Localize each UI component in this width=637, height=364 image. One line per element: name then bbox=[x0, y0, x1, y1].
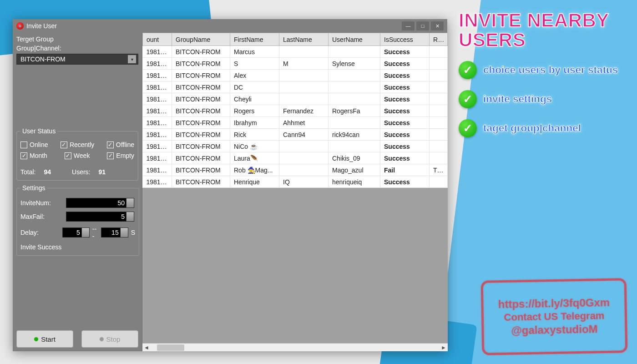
stop-icon bbox=[100, 337, 104, 341]
sidebar: Terget Group Group|Channel: BITCON-FROM … bbox=[13, 33, 142, 351]
check-circle-icon: ✓ bbox=[459, 119, 477, 137]
invite-num-input[interactable]: 50 bbox=[66, 198, 134, 208]
headline: INVITE NEARBY USERS bbox=[455, 11, 637, 50]
user-status-group: User Status Online ✓Recently ✓Offline ✓M… bbox=[16, 127, 138, 181]
results-panel: ount GroupName FirstName LastName UserNa… bbox=[142, 33, 448, 351]
marketing-panel: INVITE NEARBY USERS ✓ choice users by us… bbox=[455, 11, 637, 137]
table-row[interactable]: 19819...BITCON-FROMCheyliSuccess bbox=[143, 93, 448, 105]
start-button[interactable]: Start bbox=[16, 330, 73, 348]
delay-from-input[interactable]: 5 bbox=[62, 228, 90, 238]
check-circle-icon: ✓ bbox=[459, 61, 477, 79]
group-channel-label: Group|Channel: bbox=[16, 45, 138, 52]
settings-legend: Settings bbox=[20, 184, 47, 192]
checkbox-week[interactable]: ✓Week bbox=[65, 152, 90, 159]
checkbox-icon: ✓ bbox=[20, 152, 27, 159]
scroll-thumb[interactable] bbox=[157, 344, 184, 351]
users-label: Users: bbox=[72, 168, 90, 176]
target-group-label: Terget Group bbox=[16, 35, 138, 43]
col-username[interactable]: UserName bbox=[329, 33, 380, 46]
feature-item: ✓ choice users by user status bbox=[459, 61, 637, 79]
checkbox-online[interactable]: Online bbox=[20, 141, 48, 148]
check-circle-icon: ✓ bbox=[459, 90, 477, 108]
delay-unit: S bbox=[131, 229, 135, 236]
table-row[interactable]: 19819...BITCON-FROMRogersFernandezRogers… bbox=[143, 105, 448, 117]
table-row[interactable]: 19819...BITCON-FROMIbrahymAhhmetSuccess bbox=[143, 117, 448, 129]
grid-empty-area bbox=[142, 188, 448, 343]
delay-separator: --- bbox=[92, 225, 98, 240]
scroll-right-icon[interactable]: ► bbox=[440, 344, 448, 351]
checkbox-icon: ✓ bbox=[61, 142, 67, 148]
results-table[interactable]: ount GroupName FirstName LastName UserNa… bbox=[142, 33, 448, 188]
table-row[interactable]: 19819...BITCON-FROMDCSuccess bbox=[143, 81, 448, 93]
table-row[interactable]: 19819...BITCON-FROMSMSylenseSuccess bbox=[143, 58, 448, 70]
feature-item: ✓ taget group|channel bbox=[459, 119, 637, 137]
checkbox-recently[interactable]: ✓Recently bbox=[61, 141, 94, 148]
window-title: Invite User bbox=[26, 22, 57, 30]
scroll-left-icon[interactable]: ◄ bbox=[142, 344, 151, 351]
col-issuccess[interactable]: IsSuccess bbox=[380, 33, 430, 46]
stamp-url: https://bit.ly/3fq0Gxm bbox=[498, 296, 610, 311]
feature-text: choice users by user status bbox=[483, 64, 618, 76]
checkbox-icon: ✓ bbox=[107, 152, 114, 159]
table-row[interactable]: 19819...BITCON-FROMHenriqueIQhenriqueiqS… bbox=[143, 176, 448, 188]
table-row[interactable]: 19819...BITCON-FROMMarcusSuccess bbox=[143, 46, 448, 58]
horizontal-scrollbar[interactable]: ◄ ► bbox=[142, 343, 448, 351]
app-window: ✦ Invite User — □ ✕ Terget Group Group|C… bbox=[13, 19, 447, 351]
col-firstname[interactable]: FirstName bbox=[230, 33, 279, 46]
table-row[interactable]: 19819...BITCON-FROMAlexSuccess bbox=[143, 70, 448, 81]
feature-text: taget group|channel bbox=[483, 122, 581, 134]
window-minimize-button[interactable]: — bbox=[402, 21, 415, 30]
total-label: Total: bbox=[20, 168, 35, 176]
invite-num-label: InviteNum: bbox=[20, 199, 66, 207]
checkbox-month[interactable]: ✓Month bbox=[20, 152, 47, 159]
col-account[interactable]: ount bbox=[143, 33, 172, 46]
checkbox-icon: ✓ bbox=[107, 142, 114, 148]
play-icon bbox=[34, 337, 38, 341]
scroll-track[interactable] bbox=[151, 344, 440, 351]
table-row[interactable]: 19819...BITCON-FROMNiCo ☕Success bbox=[143, 141, 448, 152]
maxfail-input[interactable]: 5 bbox=[66, 212, 134, 222]
window-maximize-button[interactable]: □ bbox=[416, 21, 429, 30]
app-icon: ✦ bbox=[16, 22, 24, 30]
maxfail-label: MaxFail: bbox=[20, 213, 66, 220]
delay-to-input[interactable]: 15 bbox=[101, 228, 128, 238]
stamp-handle: @galaxystudioM bbox=[511, 323, 598, 337]
feature-text: invite settings bbox=[483, 93, 552, 105]
chevron-down-icon[interactable]: ▾ bbox=[128, 55, 136, 63]
total-value: 94 bbox=[44, 168, 51, 176]
group-channel-value: BITCON-FROM bbox=[20, 56, 66, 63]
checkbox-empty[interactable]: ✓Empty bbox=[107, 152, 134, 159]
delay-label: Delay: bbox=[20, 229, 62, 236]
checkbox-offline[interactable]: ✓Offline bbox=[107, 141, 134, 148]
table-row[interactable]: 19819...BITCON-FROMLaura🪶Chikis_09Succes… bbox=[143, 152, 448, 164]
settings-group: Settings InviteNum: 50 MaxFail: 5 Delay:… bbox=[16, 184, 139, 256]
invite-success-label: Invite Success bbox=[20, 243, 61, 251]
checkbox-icon bbox=[20, 142, 27, 148]
col-reason[interactable]: Rea bbox=[430, 33, 448, 46]
stamp-contact: Contact US Telegram bbox=[504, 310, 604, 324]
users-value: 91 bbox=[99, 168, 106, 176]
table-header-row: ount GroupName FirstName LastName UserNa… bbox=[143, 33, 448, 46]
feature-item: ✓ invite settings bbox=[459, 90, 637, 108]
titlebar[interactable]: ✦ Invite User — □ ✕ bbox=[13, 19, 447, 33]
stop-button[interactable]: Stop bbox=[81, 330, 138, 348]
checkbox-icon: ✓ bbox=[65, 152, 71, 159]
col-groupname[interactable]: GroupName bbox=[172, 33, 230, 46]
contact-stamp: https://bit.ly/3fq0Gxm Contact US Telegr… bbox=[481, 278, 628, 355]
table-row[interactable]: 19819...BITCON-FROMRickCann94rick94canSu… bbox=[143, 129, 448, 141]
group-channel-dropdown[interactable]: BITCON-FROM ▾ bbox=[16, 54, 138, 65]
window-close-button[interactable]: ✕ bbox=[431, 21, 444, 30]
table-row[interactable]: 19819...BITCON-FROMRob 🧙Mag...Mago_azulF… bbox=[143, 164, 448, 176]
user-status-legend: User Status bbox=[20, 127, 57, 135]
col-lastname[interactable]: LastName bbox=[279, 33, 329, 46]
